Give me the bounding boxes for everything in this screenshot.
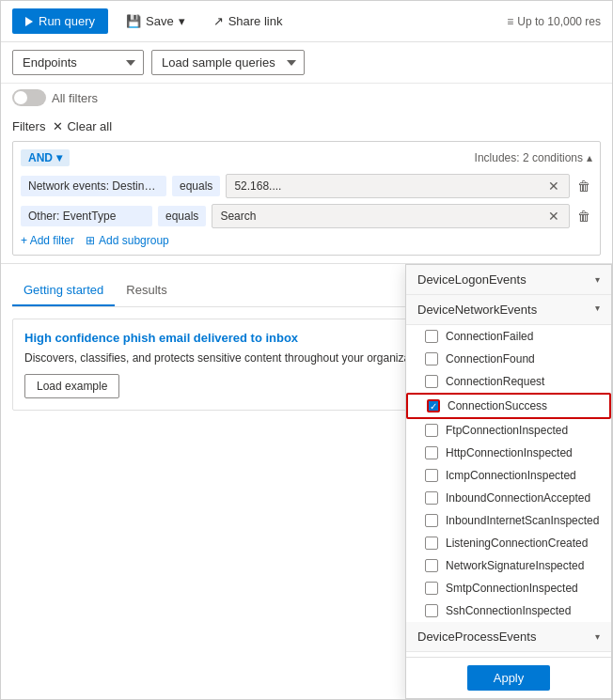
checkbox-connection-failed[interactable] bbox=[425, 330, 438, 343]
checkbox-network-signature-inspected[interactable] bbox=[425, 559, 438, 572]
item-label: SmtpConnectionInspected bbox=[446, 582, 578, 595]
list-item[interactable]: InboundInternetScanInspected bbox=[406, 509, 611, 532]
run-query-button[interactable]: Run query bbox=[12, 8, 108, 34]
share-icon: ↗ bbox=[213, 14, 224, 28]
add-filter-button[interactable]: + Add filter bbox=[21, 234, 74, 247]
item-label: ConnectionSuccess bbox=[448, 399, 547, 412]
checkbox-connection-found[interactable] bbox=[425, 352, 438, 366]
checkbox-inbound-connection-accepted[interactable] bbox=[425, 491, 438, 505]
list-item[interactable]: ConnectionRequest bbox=[406, 370, 611, 393]
toggle-thumb bbox=[14, 91, 27, 104]
filter-value-1[interactable]: 52.168.... ✕ bbox=[226, 174, 570, 198]
results-info: ≡ Up to 10,000 res bbox=[507, 15, 601, 28]
filter-value-2[interactable]: Search ✕ bbox=[212, 204, 570, 228]
item-label: IcmpConnectionInspected bbox=[446, 469, 576, 482]
dropdown-list[interactable]: DeviceLogonEvents ▾ DeviceNetworkEvents … bbox=[406, 265, 611, 657]
chevron-down-icon: ▾ bbox=[595, 274, 600, 285]
checkbox-ssh-connection-inspected[interactable] bbox=[425, 604, 438, 617]
filter-clear-button-2[interactable]: ✕ bbox=[546, 209, 561, 224]
list-item-connection-success[interactable]: ConnectionSuccess bbox=[406, 393, 611, 419]
item-label: ConnectionRequest bbox=[446, 375, 544, 388]
add-subgroup-label: Add subgroup bbox=[99, 234, 169, 247]
and-operator-badge[interactable]: AND ▾ bbox=[21, 149, 70, 166]
list-item[interactable]: NetworkSignatureInspected bbox=[406, 554, 611, 577]
list-item[interactable]: HttpConnectionInspected bbox=[406, 442, 611, 464]
run-query-label: Run query bbox=[39, 14, 95, 28]
filter-group-header: AND ▾ Includes: 2 conditions ▴ bbox=[21, 149, 592, 166]
add-filter-row: + Add filter ⊞ Add subgroup bbox=[21, 234, 592, 247]
filter-value-text-1: 52.168.... bbox=[234, 179, 281, 193]
list-item[interactable]: InboundConnectionAccepted bbox=[406, 487, 611, 509]
play-icon bbox=[25, 17, 33, 26]
category-label: DeviceLogonEvents bbox=[417, 272, 527, 287]
category-device-network-events[interactable]: DeviceNetworkEvents ▴ bbox=[406, 295, 611, 325]
filter-op-2[interactable]: equals bbox=[158, 206, 206, 226]
checkbox-listening-connection-created[interactable] bbox=[425, 537, 438, 550]
item-label: InboundConnectionAccepted bbox=[446, 491, 590, 505]
filter-value-text-2: Search bbox=[220, 210, 256, 223]
item-label: NetworkSignatureInspected bbox=[446, 559, 584, 572]
tab-results[interactable]: Results bbox=[115, 275, 178, 306]
filter-group: AND ▾ Includes: 2 conditions ▴ Network e… bbox=[12, 141, 601, 256]
checkbox-inbound-internet-scan-inspected[interactable] bbox=[425, 514, 438, 527]
item-label: HttpConnectionInspected bbox=[446, 446, 573, 459]
chevron-up-icon: ▴ bbox=[587, 151, 592, 164]
save-icon: 💾 bbox=[126, 14, 141, 28]
filter-op-1[interactable]: equals bbox=[172, 176, 220, 196]
checkbox-connection-request[interactable] bbox=[425, 375, 438, 388]
checkbox-http-connection-inspected[interactable] bbox=[425, 446, 438, 459]
item-label: FtpConnectionInspected bbox=[446, 424, 568, 437]
item-label: SshConnectionInspected bbox=[446, 604, 571, 617]
category-device-logon-events[interactable]: DeviceLogonEvents ▾ bbox=[406, 265, 611, 295]
list-item[interactable]: FtpConnectionInspected bbox=[406, 419, 611, 442]
apply-button[interactable]: Apply bbox=[467, 665, 551, 691]
list-item[interactable]: SshConnectionInspected bbox=[406, 599, 611, 622]
includes-label: Includes: 2 conditions ▴ bbox=[475, 151, 592, 164]
clear-all-label: Clear all bbox=[67, 119, 112, 133]
share-link-button[interactable]: ↗ Share link bbox=[203, 8, 293, 34]
dropdown-footer: Apply bbox=[406, 657, 611, 698]
clear-all-button[interactable]: ✕ Clear all bbox=[53, 119, 112, 133]
list-item[interactable]: ConnectionFound bbox=[406, 348, 611, 370]
list-item[interactable]: SmtpConnectionInspected bbox=[406, 577, 611, 599]
operator-label: AND bbox=[28, 151, 53, 164]
checkbox-icmp-connection-inspected[interactable] bbox=[425, 469, 438, 482]
filter-clear-button-1[interactable]: ✕ bbox=[546, 179, 561, 194]
dropdowns-row: Endpoints Load sample queries bbox=[1, 42, 612, 84]
filter-delete-button-1[interactable]: 🗑 bbox=[575, 179, 592, 194]
category-label: DeviceNetworkEvents bbox=[417, 303, 537, 317]
category-label: DeviceProcessEvents bbox=[417, 630, 536, 644]
close-icon: ✕ bbox=[53, 119, 63, 133]
filters-section: Filters ✕ Clear all AND ▾ Includes: 2 co… bbox=[1, 112, 612, 264]
filter-field-2[interactable]: Other: EventType bbox=[21, 206, 152, 226]
load-example-button[interactable]: Load example bbox=[24, 374, 119, 398]
add-subgroup-button[interactable]: ⊞ Add subgroup bbox=[86, 234, 169, 247]
toggle-label: All filters bbox=[52, 91, 98, 105]
item-label: ConnectionFailed bbox=[446, 330, 533, 343]
chevron-down-icon: ▾ bbox=[179, 14, 185, 28]
toggle-track[interactable] bbox=[12, 89, 46, 106]
chevron-up-icon: ▴ bbox=[595, 304, 600, 315]
checkbox-ftp-connection-inspected[interactable] bbox=[425, 424, 438, 437]
list-item[interactable]: ListeningConnectionCreated bbox=[406, 532, 611, 554]
event-type-dropdown-overlay: DeviceLogonEvents ▾ DeviceNetworkEvents … bbox=[405, 264, 612, 699]
filters-header: Filters ✕ Clear all bbox=[12, 119, 601, 133]
category-device-process-events[interactable]: DeviceProcessEvents ▾ bbox=[406, 622, 611, 652]
sample-queries-dropdown[interactable]: Load sample queries bbox=[151, 50, 305, 75]
filter-field-1[interactable]: Network events: DestinationIPA... bbox=[21, 176, 166, 196]
all-filters-toggle[interactable]: All filters bbox=[12, 89, 98, 106]
list-icon: ≡ bbox=[507, 15, 513, 28]
save-label: Save bbox=[146, 14, 174, 28]
save-button[interactable]: 💾 Save ▾ bbox=[116, 8, 196, 34]
toolbar: Run query 💾 Save ▾ ↗ Share link ≡ Up to … bbox=[1, 1, 612, 42]
checkbox-smtp-connection-inspected[interactable] bbox=[425, 582, 438, 595]
tab-getting-started[interactable]: Getting started bbox=[12, 275, 115, 306]
list-item[interactable]: IcmpConnectionInspected bbox=[406, 464, 611, 487]
list-item[interactable]: ConnectionFailed bbox=[406, 325, 611, 348]
item-label: ConnectionFound bbox=[446, 352, 535, 366]
filters-toggle-row: All filters bbox=[1, 84, 612, 112]
checkbox-connection-success[interactable] bbox=[427, 399, 440, 412]
filter-delete-button-2[interactable]: 🗑 bbox=[575, 209, 592, 224]
scope-dropdown[interactable]: Endpoints bbox=[12, 50, 144, 75]
chevron-down-icon: ▾ bbox=[56, 151, 62, 164]
